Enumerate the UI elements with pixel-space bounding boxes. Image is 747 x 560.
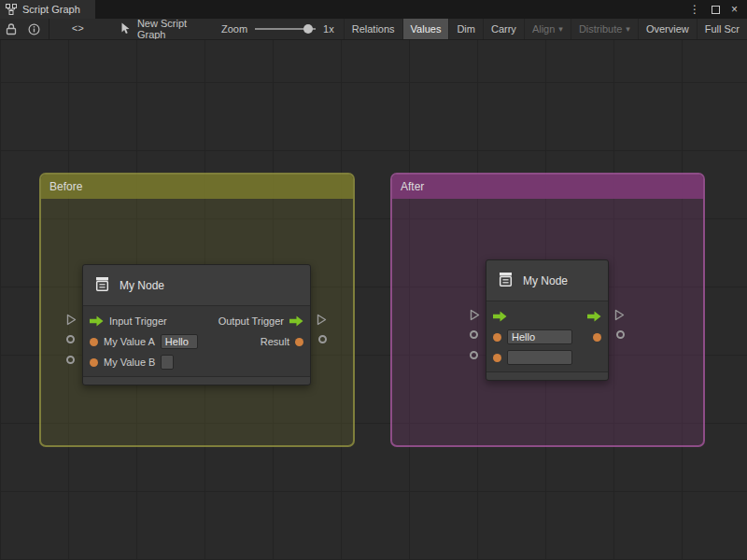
node-icon (497, 271, 514, 291)
more-menu-icon[interactable]: ⋮ (689, 3, 700, 16)
close-icon[interactable]: × (731, 3, 738, 16)
script-graph-icon (6, 4, 17, 15)
value-output-port[interactable] (318, 335, 327, 343)
zoom-label: Zoom (221, 23, 247, 35)
flow-output-port[interactable] (317, 314, 327, 326)
value-port-icon[interactable] (493, 333, 501, 342)
lock-icon[interactable] (0, 19, 22, 39)
chevron-down-icon: ▾ (626, 24, 630, 34)
value-b-input[interactable] (507, 350, 572, 365)
node-after-wrap: My Node (486, 259, 609, 381)
fullscreen-button[interactable]: Full Scr (697, 19, 747, 39)
port-label: Input Trigger (109, 315, 167, 327)
value-port-icon[interactable] (90, 338, 98, 346)
value-port-icon[interactable] (493, 354, 501, 362)
align-label: Align (532, 23, 555, 35)
values-button[interactable]: Values (402, 19, 449, 39)
value-a-input[interactable] (507, 329, 572, 344)
port-row (486, 306, 608, 327)
flow-in-icon[interactable] (90, 315, 104, 327)
dim-button[interactable]: Dim (448, 19, 483, 39)
code-preview-button[interactable]: <> (62, 19, 94, 39)
node-before-rows: Input Trigger Output Trigger My Valu (83, 306, 310, 376)
port-label: Output Trigger (218, 315, 284, 327)
distribute-label: Distribute (579, 23, 622, 35)
graph-toolbar: <> New Script Graph Zoom 1x Relations Va… (0, 19, 747, 40)
node-title: My Node (523, 274, 568, 287)
graph-name-section: New Script Graph (120, 19, 190, 39)
align-button: Align ▾ (524, 19, 571, 39)
chevron-down-icon: ▾ (558, 24, 563, 34)
toolbar-divider (49, 19, 49, 39)
carry-button[interactable]: Carry (483, 19, 524, 39)
window-controls: ⋮ × (689, 0, 747, 19)
node-icon (93, 275, 111, 296)
tab-script-graph[interactable]: Script Graph (0, 0, 95, 19)
port-label: My Value B (104, 357, 155, 368)
value-port-icon[interactable] (90, 358, 98, 367)
info-icon[interactable] (22, 19, 46, 39)
flow-input-port[interactable] (470, 309, 480, 321)
value-port-icon[interactable] (295, 338, 303, 346)
flow-out-icon[interactable] (289, 315, 303, 327)
value-input-port[interactable] (470, 330, 478, 339)
node-footer (486, 371, 608, 380)
value-port-icon[interactable] (593, 333, 601, 342)
distribute-button: Distribute ▾ (571, 19, 638, 39)
value-output-port[interactable] (616, 330, 625, 339)
zoom-slider-handle[interactable] (303, 24, 313, 34)
value-input-port[interactable] (66, 335, 75, 343)
unity-editor-window: Script Graph ⋮ × <> (0, 0, 747, 40)
flow-in-icon[interactable] (493, 311, 507, 322)
group-after-title: After (401, 180, 424, 193)
value-input-port[interactable] (66, 356, 75, 364)
port-row (486, 327, 608, 347)
zoom-value: 1x (323, 23, 334, 35)
node-title: My Node (120, 279, 164, 292)
port-label: My Value A (104, 336, 155, 347)
view-buttons: Relations Values Dim Carry Align ▾ Distr… (344, 19, 747, 39)
tab-bar: Script Graph ⋮ × (0, 0, 747, 19)
flow-input-port[interactable] (66, 314, 77, 326)
graph-title[interactable]: New Script Graph (137, 19, 190, 40)
node-after-rows (486, 301, 608, 371)
port-label: Result (261, 336, 289, 347)
node-after[interactable]: My Node (486, 259, 609, 381)
node-before-wrap: My Node Input Trigger Output Trigger (82, 264, 311, 385)
flow-out-icon[interactable] (587, 311, 601, 322)
overview-button[interactable]: Overview (638, 19, 697, 39)
port-row: Input Trigger Output Trigger (83, 311, 310, 331)
value-input-port[interactable] (470, 351, 478, 359)
relations-button[interactable]: Relations (344, 19, 402, 39)
value-a-input[interactable] (161, 334, 198, 349)
node-footer (83, 376, 310, 385)
port-row: My Value B (83, 352, 310, 372)
flow-output-port[interactable] (614, 309, 625, 321)
value-b-input[interactable] (161, 355, 174, 370)
node-before[interactable]: My Node Input Trigger Output Trigger (82, 264, 311, 385)
group-before-header[interactable]: Before (41, 175, 353, 199)
zoom-slider[interactable] (255, 28, 316, 30)
group-before-title: Before (49, 180, 82, 193)
port-row: My Value A Result (83, 331, 310, 352)
pointer-icon (120, 22, 131, 36)
tab-label: Script Graph (22, 4, 80, 15)
graph-canvas[interactable]: Before After (0, 40, 747, 560)
group-after-header[interactable]: After (392, 175, 703, 199)
node-before-header[interactable]: My Node (83, 265, 310, 306)
port-row (486, 347, 608, 368)
maximize-icon[interactable] (712, 6, 720, 14)
node-after-header[interactable]: My Node (486, 260, 608, 301)
